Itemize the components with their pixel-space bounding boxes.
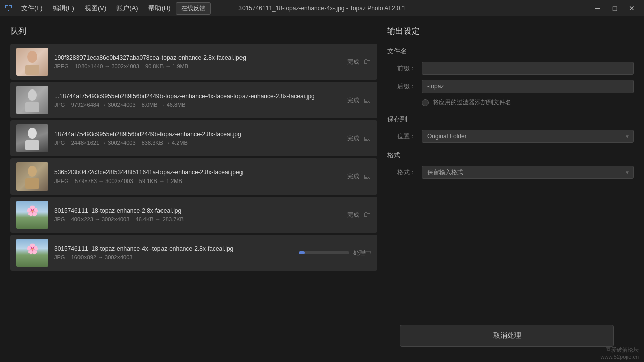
- svg-point-6: [28, 166, 37, 177]
- menu-file[interactable]: 文件(F): [16, 2, 48, 15]
- item-info: 190f3283971eca86e0b4327aba078cea-topaz-e…: [54, 54, 341, 69]
- online-feedback-button[interactable]: 在线反馈: [176, 2, 211, 15]
- item-status: 完成 🗂: [347, 134, 371, 143]
- save-section-label: 保存到: [387, 115, 634, 124]
- item-details: JPEG 1080×1440 → 3002×4003 90.8KB → 1.9M…: [54, 63, 341, 69]
- item-filename: 3015746111_18-topaz-enhance-4x--topaz-en…: [54, 245, 293, 252]
- svg-rect-7: [25, 178, 39, 189]
- prefix-input[interactable]: [422, 62, 634, 75]
- svg-rect-1: [25, 65, 39, 75]
- item-info: ...18744af75493c9955eb289f56bd2449b-topa…: [54, 93, 341, 108]
- item-filename: 53652f3b0472c3ce28f53448f511641a-topaz-e…: [54, 169, 341, 176]
- format-select-wrap: 保留输入格式 ▼: [422, 166, 634, 179]
- format-section-label: 格式: [387, 151, 634, 160]
- maximize-button[interactable]: □: [607, 1, 623, 15]
- svg-point-0: [27, 51, 37, 63]
- suffix-input[interactable]: [422, 80, 634, 93]
- item-status: 处理中: [299, 249, 371, 257]
- progress-fill: [299, 251, 305, 254]
- output-title: 输出设定: [387, 26, 634, 37]
- menu-account[interactable]: 账户(A): [111, 2, 143, 15]
- folder-icon[interactable]: 🗂: [363, 210, 371, 219]
- svg-point-2: [28, 89, 37, 101]
- thumbnail: [16, 239, 48, 267]
- queue-item: ...18744af75493c9955eb289f56bd2449b-topa…: [10, 82, 377, 118]
- menu-help[interactable]: 帮助(H): [143, 2, 176, 15]
- thumbnail: [16, 201, 48, 229]
- item-details: JPEG 579×783 → 3002×4003 59.1KB → 1.2MB: [54, 178, 341, 184]
- status-label: 完成: [347, 211, 359, 219]
- thumbnail: [16, 86, 48, 114]
- item-details: JPG 400×223 → 3002×4003 46.4KB → 283.7KB: [54, 216, 341, 222]
- output-panel: 输出设定 文件名 前缀： 后缀： 将应用的过滤器添加到文件名 保存到 位置： O…: [387, 26, 634, 338]
- checkbox-row: 将应用的过滤器添加到文件名: [387, 98, 634, 107]
- queue-item: 18744af75493c9955eb289f56bd2449b-topaz-e…: [10, 120, 377, 156]
- prefix-row: 前缀：: [387, 62, 634, 75]
- folder-icon[interactable]: 🗂: [363, 172, 371, 181]
- svg-rect-5: [25, 140, 39, 150]
- menu-view[interactable]: 视图(V): [79, 2, 111, 15]
- titlebar: 🛡 文件(F) 编辑(E) 视图(V) 账户(A) 帮助(H) 30157461…: [0, 0, 644, 16]
- queue-item: 53652f3b0472c3ce28f53448f511641a-topaz-e…: [10, 158, 377, 195]
- location-row: 位置： Original Folder ▼: [387, 130, 634, 143]
- folder-icon[interactable]: 🗂: [363, 57, 371, 66]
- item-status: 完成 🗂: [347, 210, 371, 219]
- item-details: JPG 2448×1621 → 3002×4003 838.3KB → 4.2M…: [54, 140, 341, 146]
- checkbox-label: 将应用的过滤器添加到文件名: [433, 98, 511, 107]
- item-filename: 3015746111_18-topaz-enhance-2.8x-faceai.…: [54, 207, 341, 214]
- item-details: JPG 9792×6484 → 3002×4003 8.0MB → 46.8MB: [54, 102, 341, 108]
- item-filename: 18744af75493c9955eb289f56bd2449b-topaz-e…: [54, 131, 341, 138]
- main-content: 队列 190f3283971eca86e0b4327aba078cea-topa…: [0, 16, 644, 348]
- status-label: 完成: [347, 134, 359, 143]
- item-status: 完成 🗂: [347, 96, 371, 105]
- queue-list: 190f3283971eca86e0b4327aba078cea-topaz-e…: [10, 44, 377, 271]
- item-info: 18744af75493c9955eb289f56bd2449b-topaz-e…: [54, 131, 341, 146]
- window-controls: ─ □ ✕: [590, 1, 640, 15]
- menu-edit[interactable]: 编辑(E): [48, 2, 79, 15]
- item-status: 完成 🗂: [347, 57, 371, 66]
- filename-section-label: 文件名: [387, 47, 634, 56]
- svg-rect-3: [25, 102, 39, 112]
- location-select-wrap: Original Folder ▼: [422, 130, 634, 143]
- progress-bar: [299, 251, 349, 254]
- svg-point-4: [28, 128, 37, 139]
- app-icon: 🛡: [4, 4, 13, 13]
- status-label: 处理中: [353, 249, 371, 257]
- folder-icon[interactable]: 🗂: [363, 134, 371, 143]
- suffix-row: 后缀：: [387, 80, 634, 93]
- suffix-label: 后缀：: [387, 82, 416, 91]
- location-label: 位置：: [387, 132, 416, 141]
- queue-panel: 队列 190f3283971eca86e0b4327aba078cea-topa…: [10, 26, 377, 338]
- format-select[interactable]: 保留输入格式: [422, 166, 634, 179]
- cancel-button[interactable]: 取消处理: [400, 325, 614, 347]
- item-info: 3015746111_18-topaz-enhance-4x--topaz-en…: [54, 245, 293, 260]
- item-filename: ...18744af75493c9955eb289f56bd2449b-topa…: [54, 93, 341, 100]
- thumbnail: [16, 124, 48, 152]
- thumbnail: [16, 48, 48, 76]
- watermark: 吾爱破解论坛 www.52pojie.cn: [601, 346, 639, 360]
- item-details: JPG 1600×892 → 3002×4003: [54, 254, 293, 260]
- queue-item: 190f3283971eca86e0b4327aba078cea-topaz-e…: [10, 44, 377, 80]
- checkbox-filters[interactable]: [422, 99, 429, 106]
- format-label: 格式：: [387, 168, 416, 177]
- minimize-button[interactable]: ─: [590, 1, 606, 15]
- thumbnail: [16, 162, 48, 191]
- queue-item: 3015746111_18-topaz-enhance-2.8x-faceai.…: [10, 197, 377, 233]
- format-row: 格式： 保留输入格式 ▼: [387, 166, 634, 179]
- queue-item: 3015746111_18-topaz-enhance-4x--topaz-en…: [10, 235, 377, 271]
- item-info: 53652f3b0472c3ce28f53448f511641a-topaz-e…: [54, 169, 341, 184]
- close-button[interactable]: ✕: [624, 1, 640, 15]
- item-status: 完成 🗂: [347, 172, 371, 181]
- location-select[interactable]: Original Folder: [422, 130, 634, 143]
- status-label: 完成: [347, 172, 359, 181]
- item-info: 3015746111_18-topaz-enhance-2.8x-faceai.…: [54, 207, 341, 222]
- queue-title: 队列: [10, 26, 377, 37]
- status-label: 完成: [347, 58, 359, 66]
- status-label: 完成: [347, 96, 359, 105]
- prefix-label: 前缀：: [387, 64, 416, 73]
- folder-icon[interactable]: 🗂: [363, 96, 371, 105]
- item-filename: 190f3283971eca86e0b4327aba078cea-topaz-e…: [54, 54, 341, 61]
- cancel-btn-area: 取消处理: [400, 325, 614, 347]
